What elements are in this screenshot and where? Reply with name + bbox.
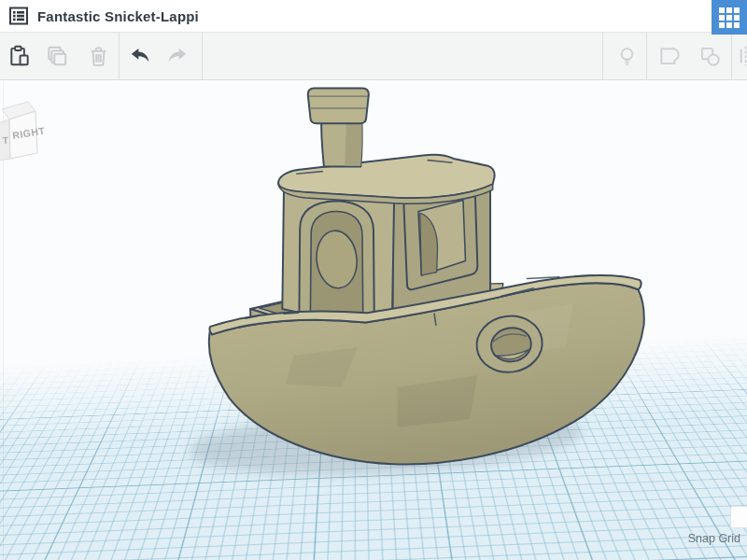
title-bar: Fantastic Snicket-Lappi bbox=[0, 0, 747, 33]
cabin-door bbox=[299, 201, 374, 328]
group-button[interactable] bbox=[652, 33, 685, 79]
view-cube-left-label: T bbox=[2, 135, 8, 146]
group-icon bbox=[656, 44, 681, 68]
align-icon bbox=[739, 44, 747, 68]
snap-grid-button[interactable] bbox=[730, 506, 747, 528]
design-title: Fantastic Snicket-Lappi bbox=[37, 8, 199, 24]
snap-grid-label: Snap Grid bbox=[688, 532, 740, 545]
undo-button[interactable] bbox=[123, 33, 157, 79]
trash-icon bbox=[87, 45, 110, 68]
ungroup-button[interactable] bbox=[693, 33, 726, 79]
delete-button[interactable] bbox=[82, 33, 114, 79]
design-menu-button[interactable] bbox=[7, 5, 30, 27]
toolbar bbox=[0, 33, 747, 80]
paste-button[interactable] bbox=[4, 33, 35, 79]
toolbar-divider bbox=[602, 33, 603, 79]
chimney bbox=[308, 89, 369, 167]
view-cube[interactable]: T RIGHT bbox=[0, 97, 50, 172]
tinkercad-app: Fantastic Snicket-Lappi bbox=[0, 0, 747, 560]
copy-button[interactable] bbox=[41, 33, 73, 79]
redo-icon bbox=[165, 44, 190, 68]
ungroup-icon bbox=[698, 44, 722, 68]
undo-icon bbox=[128, 44, 152, 68]
benchy-boat bbox=[209, 89, 644, 465]
boat-model[interactable] bbox=[0, 80, 747, 560]
toolbar-divider bbox=[202, 33, 203, 79]
grid-icon bbox=[719, 7, 740, 28]
toolbar-divider bbox=[731, 33, 732, 79]
redo-button[interactable] bbox=[161, 33, 194, 79]
list-icon bbox=[8, 6, 29, 26]
cabin-roof bbox=[278, 155, 495, 203]
paste-icon bbox=[7, 44, 32, 68]
lightbulb-icon bbox=[615, 45, 639, 68]
viewport-3d[interactable]: T RIGHT Snap Grid bbox=[0, 80, 747, 560]
align-button[interactable] bbox=[737, 33, 747, 79]
toolbar-divider bbox=[119, 33, 120, 79]
apps-button[interactable] bbox=[712, 0, 747, 35]
toolbar-divider bbox=[646, 33, 647, 79]
copy-icon bbox=[45, 44, 69, 68]
show-all-button[interactable] bbox=[611, 33, 642, 79]
